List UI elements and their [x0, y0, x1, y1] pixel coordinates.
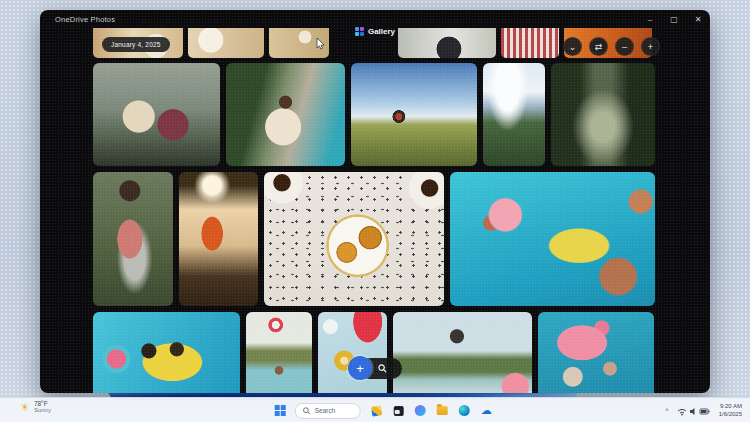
window-title: OneDrive Photos [40, 15, 115, 24]
tray-date: 1/6/2025 [719, 411, 742, 418]
photo-grid [93, 10, 657, 393]
zoom-hint-overlay: + [348, 356, 387, 380]
photo-dogs-on-float[interactable] [93, 312, 240, 393]
mouse-cursor-icon [316, 36, 325, 54]
photo-mountain-clouds[interactable] [483, 63, 545, 166]
aspect-toggle-button[interactable]: ⇄ [589, 37, 608, 56]
photos-app-icon [355, 27, 364, 36]
photo-couple-on-bikes[interactable] [93, 63, 220, 166]
file-explorer-icon[interactable] [436, 404, 449, 417]
search-box[interactable]: Search [295, 403, 361, 419]
close-button[interactable]: ✕ [686, 10, 710, 28]
photo-row-1 [93, 63, 655, 166]
window-titlebar: OneDrive Photos – ▢ ✕ [40, 10, 710, 28]
photo-flamingo-float[interactable] [538, 312, 654, 393]
photo-row-3 [93, 312, 654, 393]
tray-time: 9:20 AM [720, 403, 742, 410]
sun-icon: ☀ [20, 402, 30, 413]
photo-pool-party[interactable] [450, 172, 655, 306]
copilot-icon[interactable] [414, 404, 427, 417]
search-icon [303, 407, 311, 415]
photo-backpack-hiker[interactable] [93, 172, 173, 306]
photo-pool-jump[interactable] [393, 312, 532, 393]
tray-expand-chevron-icon[interactable]: ^ [665, 407, 668, 414]
gallery-header: Gallery [40, 27, 710, 36]
edge-icon[interactable] [458, 404, 471, 417]
zoom-out-button[interactable]: – [615, 37, 634, 56]
desktop: { "window": { "title": "OneDrive Photos"… [0, 0, 750, 422]
onedrive-photos-window: OneDrive Photos – ▢ ✕ Gallery January 4,… [40, 10, 710, 393]
taskbar: ☀ 78°F Sunny Search ☁ ^ 9:20 AM [0, 397, 750, 422]
start-button[interactable] [275, 405, 286, 416]
date-pill[interactable]: January 4, 2025 [102, 37, 170, 52]
system-tray: ^ 9:20 AM 1/6/2025 [665, 398, 742, 422]
photo-pastries-coffee[interactable] [264, 172, 444, 306]
taskbar-center: Search ☁ [275, 398, 493, 422]
weather-temperature: 78°F [34, 400, 51, 407]
weather-widget[interactable]: ☀ 78°F Sunny [20, 400, 51, 414]
photo-pool-inflatables[interactable] [318, 312, 387, 393]
photo-hiker-overlook[interactable] [351, 63, 477, 166]
network-volume-battery-icons[interactable] [677, 406, 711, 416]
photo-hammock-sunset[interactable] [179, 172, 258, 306]
view-controls: ⌄ ⇄ – + [563, 37, 660, 56]
collapse-button[interactable]: ⌄ [563, 37, 582, 56]
photo-man-on-bike[interactable] [226, 63, 345, 166]
search-placeholder: Search [315, 407, 336, 414]
weather-condition: Sunny [34, 407, 51, 414]
zoom-in-button[interactable]: + [641, 37, 660, 56]
maximize-button[interactable]: ▢ [662, 10, 686, 28]
gallery-title: Gallery [368, 27, 395, 36]
rocket-app-icon[interactable] [370, 404, 383, 417]
plus-cursor-icon: + [348, 356, 372, 380]
taskbar-clock[interactable]: 9:20 AM 1/6/2025 [719, 403, 742, 417]
magnifier-icon [378, 364, 387, 373]
photo-beach-ball-pool[interactable] [246, 312, 312, 393]
task-view-icon[interactable] [392, 404, 405, 417]
minimize-button[interactable]: – [638, 10, 662, 28]
onedrive-icon[interactable]: ☁ [480, 404, 493, 417]
window-controls: – ▢ ✕ [638, 10, 710, 28]
photo-row-2 [93, 172, 655, 306]
photo-forest-path[interactable] [551, 63, 655, 166]
